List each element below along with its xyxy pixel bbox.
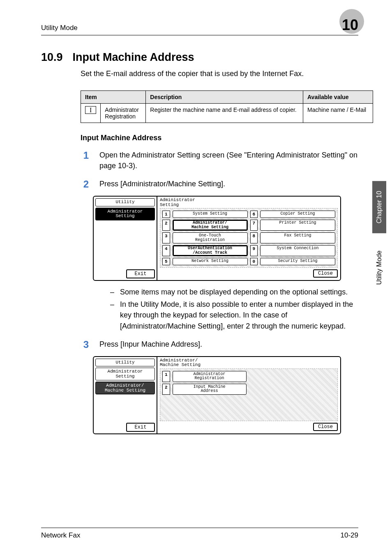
lcd1-exit-button[interactable]: Exit: [126, 269, 155, 278]
lcd1-num-4: 4: [162, 245, 170, 256]
lcd1-btn-security-setting[interactable]: Security Setting: [260, 258, 335, 265]
lcd2-sidebar: Utility Administrator Setting Administra…: [94, 357, 157, 433]
lcd1-num-8: 8: [250, 232, 258, 243]
lcd1-button-grid: 1 System Setting 6 Copier Setting 2 Admi…: [160, 208, 338, 268]
table-row: I Administrator Registration Register th…: [81, 104, 373, 123]
lcd2-num-2: 2: [162, 384, 170, 395]
dash-icon: –: [110, 299, 114, 331]
lcd1-num-6: 6: [250, 211, 258, 218]
lcd1-num-9: 9: [250, 245, 258, 256]
step-2-text: Press [Administrator/Machine Setting].: [99, 178, 358, 189]
lcd2-exit-button[interactable]: Exit: [126, 423, 155, 432]
lcd1-btn-copier-setting[interactable]: Copier Setting: [260, 211, 335, 218]
section-number: 10.9: [41, 51, 63, 64]
step-1-text: Open the Administrator Setting screen (S…: [99, 150, 358, 171]
lcd1-utility-tab[interactable]: Utility: [95, 198, 155, 206]
lcd2-machine-tab[interactable]: Administrator/ Machine Setting: [95, 382, 155, 394]
lcd2-num-1: 1: [162, 371, 170, 382]
lcd1-num-2: 2: [162, 220, 170, 231]
lcd2-btn-admin-registration[interactable]: Administrator Registration: [173, 371, 247, 382]
chapter-badge: 10: [342, 16, 358, 34]
step-2: 2 Press [Administrator/Machine Setting].: [81, 178, 358, 190]
subheading: Input Machine Address: [81, 134, 358, 142]
bullet-1: – Some items may not be displayed depend…: [110, 287, 358, 297]
lcd1-num-7: 7: [250, 220, 258, 231]
lcd1-btn-admin-machine[interactable]: Administrator/ Machine Setting: [173, 220, 248, 231]
bullet-1-text: Some items may not be displayed dependin…: [120, 287, 348, 297]
th-item: Item: [81, 91, 146, 104]
bullet-2: – In the Utility Mode, it is also possib…: [110, 299, 358, 331]
side-tab-mode: Utility Mode: [372, 241, 386, 295]
lcd1-num-1: 1: [162, 211, 170, 218]
description-table: Item Description Available value I Admin…: [81, 90, 373, 123]
step-3-num: 3: [81, 339, 89, 350]
lcd1-btn-printer-setting[interactable]: Printer Setting: [260, 220, 335, 231]
item-box: I: [85, 106, 96, 114]
lcd2-utility-tab[interactable]: Utility: [95, 359, 155, 367]
lcd2-main: Administrator/ Machine Setting 1 Adminis…: [157, 357, 340, 433]
header-left: Utility Mode: [41, 24, 78, 32]
step-3-text: Press [Inpur Machine Address].: [99, 339, 358, 350]
lcd1-main: Administrator Setting 1 System Setting 6…: [157, 197, 340, 280]
lcd1-btn-system-connection[interactable]: System Connection: [260, 245, 335, 256]
lcd2-btn-input-machine-address[interactable]: Input Machine Address: [173, 384, 247, 395]
lcd2-title: Administrator/ Machine Setting: [160, 358, 338, 368]
item-desc: Register the machine name and E-mail add…: [146, 104, 303, 123]
lcd2-admin-tab[interactable]: Administrator Setting: [95, 368, 155, 380]
lcd1-title: Administrator Setting: [160, 198, 338, 207]
lcd-screenshot-1: Utility Administrator Setting Exit Admin…: [93, 196, 341, 281]
table-header-row: Item Description Available value: [81, 91, 373, 104]
th-desc: Description: [146, 91, 303, 104]
lcd1-btn-onetouch[interactable]: One-Touch Registration: [173, 232, 248, 243]
lcd1-num-0: 0: [250, 258, 258, 265]
item-avail: Machine name / E-Mail: [303, 104, 373, 123]
step-1-num: 1: [81, 150, 89, 161]
lcd1-admin-tab[interactable]: Administrator Setting: [95, 208, 155, 220]
side-tab-chapter: Chapter 10: [372, 181, 386, 233]
side-tabs: Chapter 10 Utility Mode: [372, 181, 386, 295]
lcd1-close-button[interactable]: Close: [313, 269, 338, 278]
intro-text: Set the E-mail address of the copier tha…: [81, 70, 358, 78]
step-2-num: 2: [81, 178, 89, 190]
lcd2-close-button[interactable]: Close: [313, 423, 338, 431]
section-heading: Input Machine Address: [73, 51, 194, 64]
lcd1-num-3: 3: [162, 232, 170, 243]
lcd1-btn-system-setting[interactable]: System Setting: [173, 211, 248, 218]
dash-icon: –: [110, 287, 114, 297]
footer-left: Network Fax: [41, 531, 80, 540]
th-avail: Available value: [303, 91, 373, 104]
lcd1-sidebar: Utility Administrator Setting Exit: [94, 197, 157, 280]
step-3: 3 Press [Inpur Machine Address].: [81, 339, 358, 350]
page-footer: Network Fax 10-29: [41, 528, 358, 540]
step-1: 1 Open the Administrator Setting screen …: [81, 150, 358, 171]
section-title: 10.9 Input Machine Address: [41, 51, 358, 64]
lcd1-btn-userauth[interactable]: UserAuthentication /Account Track: [173, 245, 248, 256]
lcd1-btn-fax-setting[interactable]: Fax Setting: [260, 232, 335, 243]
lcd1-num-5: 5: [162, 258, 170, 265]
bullet-2-text: In the Utility Mode, it is also possible…: [120, 299, 358, 331]
lcd1-btn-network-setting[interactable]: Network Setting: [173, 258, 248, 265]
lcd2-button-grid: 1 Administrator Registration 2 Input Mac…: [160, 368, 338, 421]
item-name: Administrator Registration: [101, 104, 146, 123]
lcd-screenshot-2: Utility Administrator Setting Administra…: [93, 356, 341, 434]
footer-right: 10-29: [341, 531, 358, 540]
page-header: Utility Mode 10: [41, 16, 358, 35]
step2-bullets: – Some items may not be displayed depend…: [110, 287, 358, 331]
